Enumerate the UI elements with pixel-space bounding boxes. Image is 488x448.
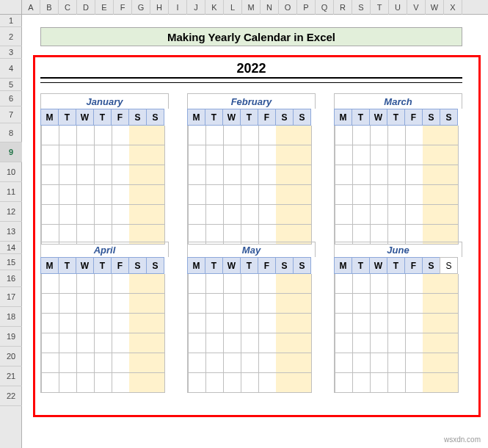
- day-cell[interactable]: [188, 373, 206, 393]
- day-cell[interactable]: [59, 353, 77, 373]
- day-cell[interactable]: [370, 373, 388, 393]
- day-cell[interactable]: [76, 353, 95, 373]
- day-cell-weekend[interactable]: [423, 373, 441, 393]
- col-header[interactable]: E: [95, 0, 114, 15]
- day-cell-weekend[interactable]: [276, 205, 294, 225]
- day-cell[interactable]: [335, 205, 353, 225]
- day-cell[interactable]: [387, 145, 406, 165]
- row-header[interactable]: 4: [0, 59, 22, 79]
- day-cell[interactable]: [223, 314, 241, 333]
- day-cell-weekend[interactable]: [147, 274, 165, 294]
- day-cell[interactable]: [188, 165, 206, 185]
- day-cell[interactable]: [112, 185, 130, 205]
- day-cell-weekend[interactable]: [423, 205, 441, 225]
- day-cell[interactable]: [370, 353, 388, 373]
- day-cell[interactable]: [94, 145, 112, 165]
- day-cell[interactable]: [370, 314, 388, 333]
- col-header[interactable]: L: [224, 0, 242, 15]
- col-header[interactable]: S: [352, 0, 371, 15]
- day-cell[interactable]: [94, 205, 112, 225]
- day-cell[interactable]: [241, 373, 259, 393]
- day-cell-weekend[interactable]: [276, 145, 294, 165]
- day-cell-weekend[interactable]: [423, 333, 441, 353]
- day-cell-weekend[interactable]: [276, 165, 294, 185]
- day-cell[interactable]: [41, 126, 59, 145]
- day-cell[interactable]: [335, 185, 353, 205]
- day-cell[interactable]: [258, 185, 277, 205]
- day-cell[interactable]: [370, 294, 388, 314]
- col-header[interactable]: T: [371, 0, 389, 15]
- day-cell[interactable]: [370, 274, 388, 294]
- day-cell[interactable]: [112, 294, 130, 314]
- day-cell[interactable]: [188, 314, 206, 333]
- day-cell[interactable]: [387, 314, 406, 333]
- day-cell[interactable]: [94, 373, 112, 393]
- col-header[interactable]: A: [22, 0, 40, 15]
- day-cell-weekend[interactable]: [294, 185, 312, 205]
- row-header[interactable]: 22: [0, 386, 22, 406]
- day-cell[interactable]: [241, 165, 259, 185]
- day-cell[interactable]: [335, 333, 353, 353]
- day-cell-weekend[interactable]: [147, 205, 165, 225]
- day-cell[interactable]: [352, 333, 371, 353]
- day-cell[interactable]: [223, 126, 241, 145]
- day-cell[interactable]: [241, 126, 259, 145]
- day-cell[interactable]: [223, 373, 241, 393]
- day-cell[interactable]: [94, 126, 112, 145]
- day-cell[interactable]: [387, 126, 406, 145]
- day-cell[interactable]: [258, 145, 277, 165]
- day-cell[interactable]: [94, 314, 112, 333]
- day-cell-weekend[interactable]: [294, 314, 312, 333]
- day-cell[interactable]: [112, 333, 130, 353]
- day-cell-weekend[interactable]: [147, 294, 165, 314]
- day-cell[interactable]: [188, 126, 206, 145]
- day-cell[interactable]: [405, 333, 423, 353]
- day-cell-weekend[interactable]: [423, 353, 441, 373]
- day-cell-weekend[interactable]: [294, 373, 312, 393]
- day-cell[interactable]: [258, 353, 277, 373]
- day-cell[interactable]: [205, 314, 224, 333]
- day-cell[interactable]: [405, 294, 423, 314]
- day-cell[interactable]: [76, 294, 95, 314]
- day-cell[interactable]: [387, 294, 406, 314]
- day-cell-weekend[interactable]: [147, 185, 165, 205]
- day-cell[interactable]: [205, 165, 224, 185]
- day-cell-weekend[interactable]: [440, 294, 459, 314]
- day-cell[interactable]: [223, 353, 241, 373]
- day-cell[interactable]: [41, 353, 59, 373]
- col-header[interactable]: Q: [316, 0, 334, 15]
- day-cell[interactable]: [94, 353, 112, 373]
- day-cell[interactable]: [188, 353, 206, 373]
- col-header[interactable]: P: [297, 0, 316, 15]
- day-cell-weekend[interactable]: [423, 185, 441, 205]
- row-header[interactable]: 7: [0, 106, 22, 123]
- day-cell[interactable]: [205, 205, 224, 225]
- day-cell[interactable]: [405, 314, 423, 333]
- col-header[interactable]: M: [242, 0, 261, 15]
- col-header[interactable]: U: [389, 0, 407, 15]
- day-cell[interactable]: [387, 274, 406, 294]
- day-cell-weekend[interactable]: [147, 353, 165, 373]
- day-cell[interactable]: [76, 145, 95, 165]
- day-cell[interactable]: [223, 333, 241, 353]
- col-header[interactable]: D: [77, 0, 95, 15]
- day-cell-weekend[interactable]: [129, 294, 148, 314]
- day-cell-weekend[interactable]: [147, 314, 165, 333]
- day-cell[interactable]: [258, 205, 277, 225]
- day-cell[interactable]: [258, 333, 277, 353]
- day-cell[interactable]: [205, 185, 224, 205]
- day-cell[interactable]: [335, 373, 353, 393]
- day-cell[interactable]: [352, 165, 371, 185]
- day-cell-weekend[interactable]: [440, 373, 459, 393]
- row-header[interactable]: 18: [0, 307, 22, 327]
- day-cell[interactable]: [41, 333, 59, 353]
- day-cell-weekend[interactable]: [276, 373, 294, 393]
- day-cell-weekend[interactable]: [276, 294, 294, 314]
- day-cell-weekend[interactable]: [294, 165, 312, 185]
- day-cell-weekend[interactable]: [440, 314, 459, 333]
- day-cell[interactable]: [94, 294, 112, 314]
- day-cell[interactable]: [387, 185, 406, 205]
- day-cell[interactable]: [405, 185, 423, 205]
- day-cell[interactable]: [94, 165, 112, 185]
- day-cell[interactable]: [405, 205, 423, 225]
